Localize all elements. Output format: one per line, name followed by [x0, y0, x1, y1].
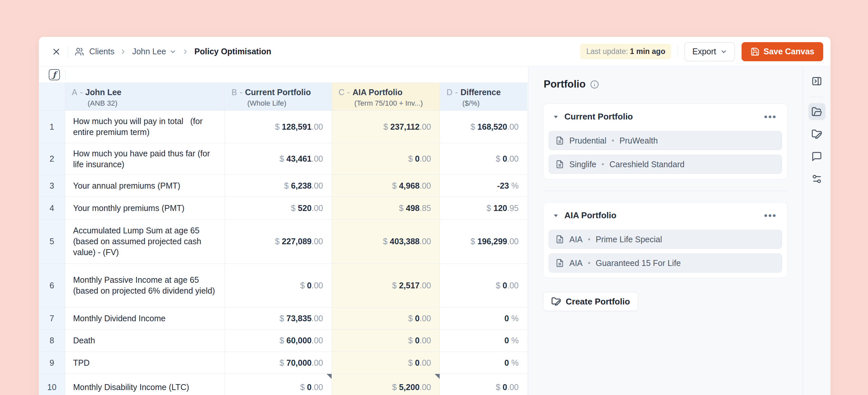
row-label-cell[interactable]: Monthly Dividend Income	[65, 307, 225, 329]
value-cell[interactable]: $0.00	[332, 143, 440, 175]
column-header-a[interactable]: A-John Lee(ANB 32)	[65, 83, 225, 110]
row-number[interactable]: 4	[39, 197, 65, 220]
folder-open-icon[interactable]	[808, 103, 826, 120]
row-label-cell[interactable]: Accumulated Lump Sum at age 65 (based on…	[65, 220, 225, 264]
value-cell[interactable]: $4,968.00	[332, 175, 440, 197]
value-cell[interactable]: $0.00	[440, 264, 528, 307]
row-number[interactable]: 5	[39, 220, 65, 264]
row-number[interactable]: 9	[39, 352, 65, 374]
amount: 0	[415, 336, 420, 345]
row-number[interactable]: 7	[39, 307, 65, 329]
row-number[interactable]: 3	[39, 175, 65, 197]
export-button[interactable]: Export	[685, 42, 735, 61]
row-label-cell[interactable]: Monthly Disability Income (LTC)	[65, 374, 225, 395]
column-header-d[interactable]: D-Difference($/%)	[440, 83, 528, 110]
portfolio-group-header: Current Portfolio•••	[549, 110, 782, 126]
row-number-header	[39, 83, 65, 110]
sliders-icon[interactable]	[808, 170, 826, 187]
row-number[interactable]: 6	[39, 264, 65, 307]
folder-plus-icon	[551, 297, 561, 306]
currency-symbol: $	[280, 314, 284, 323]
value-cell[interactable]: $6,238.00	[225, 175, 332, 197]
column-header-b[interactable]: B-Current Portfolio(Whole Life)	[225, 83, 332, 110]
value-cell[interactable]: $128,591.00	[225, 110, 332, 143]
caret-down-icon[interactable]	[553, 212, 559, 219]
info-icon[interactable]	[590, 80, 599, 89]
folder-pen-icon[interactable]	[808, 125, 826, 142]
value-cell[interactable]: $70,000.00	[225, 352, 332, 374]
value-cell[interactable]: $2,517.00	[332, 264, 440, 307]
value-cell[interactable]: $73,835.00	[225, 307, 332, 329]
value-cell[interactable]: $0.00	[332, 307, 440, 329]
row-label-cell[interactable]: Your annual premiums (PMT)	[65, 175, 225, 197]
policy-item[interactable]: Prudential•PruWealth	[549, 131, 782, 150]
policy-item[interactable]: AIA•Guaranteed 15 For Life	[549, 254, 782, 272]
chevron-down-icon[interactable]	[169, 48, 177, 55]
policy-item[interactable]: Singlife•Careshield Standard	[549, 155, 782, 174]
row-label-cell[interactable]: TPD	[65, 352, 225, 374]
create-portfolio-button[interactable]: Create Portfolio	[543, 292, 638, 311]
fx-icon[interactable]: ƒ	[49, 69, 60, 80]
column-header-c[interactable]: C-AIA Portfolio(Term 75/100 + Inv...)	[332, 83, 440, 110]
table-row: 2How much you have paid thus far (for li…	[39, 143, 528, 175]
more-options-icon[interactable]: •••	[762, 115, 779, 119]
value-cell[interactable]: $0.00	[440, 143, 528, 175]
comment-icon[interactable]	[808, 148, 826, 165]
value-cell[interactable]: $43,461.00	[225, 143, 332, 175]
row-label-cell[interactable]: How much you will pay in total (for enti…	[65, 110, 225, 143]
row-label-cell[interactable]: Death	[65, 329, 225, 352]
row-label-cell[interactable]: Monthly Passive Income at age 65 (based …	[65, 264, 225, 307]
value-cell[interactable]: $227,089.00	[225, 220, 332, 264]
amount-decimals: .85	[420, 203, 431, 213]
value-cell[interactable]: $520.00	[225, 197, 332, 220]
breadcrumb-client-name[interactable]: John Lee	[132, 47, 166, 56]
currency-symbol: $	[300, 281, 305, 290]
value-cell[interactable]: 0%	[440, 329, 528, 352]
row-number[interactable]: 8	[39, 329, 65, 352]
table-row: 9TPD$70,000.00$0.000%	[39, 352, 528, 374]
caret-down-icon[interactable]	[553, 113, 559, 120]
value-cell[interactable]: $0.00	[332, 329, 440, 352]
amount: 0	[502, 154, 507, 164]
close-icon[interactable]	[51, 47, 61, 57]
save-canvas-button[interactable]: Save Canvas	[742, 42, 823, 61]
policy-provider: Singlife	[569, 160, 596, 169]
value-cell[interactable]: $498.85	[332, 197, 440, 220]
amount-decimals: .00	[311, 383, 323, 392]
value-cell[interactable]: $0.00	[225, 264, 332, 307]
currency-symbol: $	[470, 237, 475, 246]
amount: 70,000	[286, 358, 311, 368]
value-cell[interactable]: $0.00	[225, 374, 332, 395]
row-number[interactable]: 1	[39, 110, 65, 143]
more-options-icon[interactable]: •••	[762, 214, 779, 217]
amount-decimals: .00	[311, 237, 323, 246]
panel-right-icon[interactable]	[808, 72, 826, 90]
formula-input[interactable]	[71, 66, 528, 83]
value-cell[interactable]: $60,000.00	[225, 329, 332, 352]
table-row: 4Your monthly premiums (PMT)$520.00$498.…	[39, 197, 528, 220]
panel-divider	[543, 191, 788, 191]
value-cell[interactable]: $120.95	[440, 197, 528, 220]
row-number[interactable]: 2	[39, 143, 65, 175]
value-cell[interactable]: $237,112.00	[332, 110, 440, 143]
amount: 0	[415, 154, 420, 164]
currency-symbol: $	[470, 122, 475, 132]
value-cell[interactable]: $0.00	[332, 352, 440, 374]
value-cell[interactable]: $5,200.00	[332, 374, 440, 395]
row-label-cell[interactable]: How much you have paid thus far (for lif…	[65, 143, 225, 175]
value-cell[interactable]: -23%	[440, 175, 528, 197]
value-cell[interactable]: $196,299.00	[440, 220, 528, 264]
breadcrumb: Clients John Lee Policy Optimisation	[75, 47, 271, 56]
row-number[interactable]: 10	[39, 374, 65, 395]
value-cell[interactable]: 0%	[440, 307, 528, 329]
divider	[68, 46, 68, 57]
breadcrumb-clients[interactable]: Clients	[89, 47, 114, 56]
row-label-cell[interactable]: Your monthly premiums (PMT)	[65, 197, 225, 220]
value-cell[interactable]: $0.00	[440, 374, 528, 395]
percent-value: 0	[504, 336, 509, 345]
dash: -	[453, 88, 460, 97]
value-cell[interactable]: $168,520.00	[440, 110, 528, 143]
value-cell[interactable]: 0%	[440, 352, 528, 374]
value-cell[interactable]: $403,388.00	[332, 220, 440, 264]
policy-item[interactable]: AIA•Prime Life Special	[549, 230, 782, 249]
